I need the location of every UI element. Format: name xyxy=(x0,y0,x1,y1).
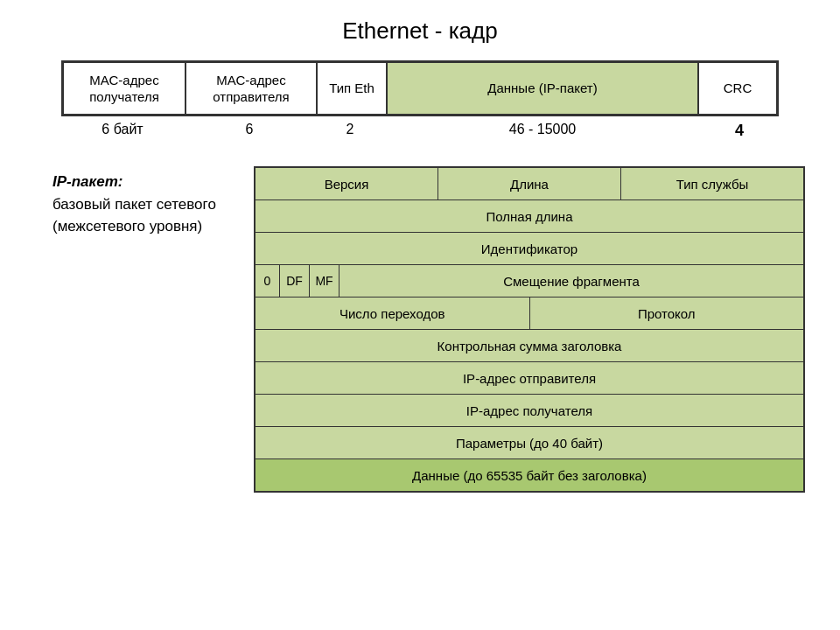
byte-label-data: 46 - 15000 xyxy=(385,122,700,140)
ip-row-5: Число переходов Протокол xyxy=(256,298,803,330)
byte-label-mac-dest: 6 байт xyxy=(61,122,184,140)
ip-cell-length: Длина xyxy=(438,168,621,200)
eth-cell-crc: CRC xyxy=(698,62,777,115)
ip-row-1: Версия Длина Тип службы xyxy=(256,168,803,200)
ip-cell-checksum: Контрольная сумма заголовка xyxy=(256,330,803,361)
ip-cell-payload: Данные (до 65535 байт без заголовка) xyxy=(256,459,803,491)
ip-packet-table: Версия Длина Тип службы Полная длина Иде… xyxy=(254,166,805,493)
ip-row-6: Контрольная сумма заголовка xyxy=(256,330,803,362)
ip-cell-zero: 0 xyxy=(256,265,280,297)
ip-cell-service-type: Тип службы xyxy=(621,168,803,200)
eth-cell-type: Тип Eth xyxy=(317,62,387,115)
byte-labels: 6 байт 6 2 46 - 15000 4 xyxy=(61,122,779,140)
ip-description: IP-пакет: базовый пакет сетевого (межсет… xyxy=(52,166,236,493)
ethernet-frame: МАС-адрес получателя МАС-адрес отправите… xyxy=(61,60,779,116)
ip-cell-version: Версия xyxy=(256,168,438,200)
ip-row-4: 0 DF MF Смещение фрагмента xyxy=(256,265,803,298)
ip-row-9: Параметры (до 40 байт) xyxy=(256,427,803,459)
ip-cell-df: DF xyxy=(280,265,310,297)
ip-cell-options: Параметры (до 40 байт) xyxy=(256,427,803,458)
ip-cell-src-addr: IP-адрес отправителя xyxy=(256,362,803,394)
lower-section: IP-пакет: базовый пакет сетевого (межсет… xyxy=(35,166,805,493)
byte-label-type: 2 xyxy=(315,122,385,140)
ip-cell-protocol: Протокол xyxy=(530,298,804,329)
eth-cell-mac-src: МАС-адрес отправителя xyxy=(186,62,317,115)
ip-row-2: Полная длина xyxy=(256,200,803,233)
page-container: Ethernet - кадр МАС-адрес получателя МАС… xyxy=(0,0,840,630)
ip-cell-total-length: Полная длина xyxy=(256,200,803,232)
ip-row-3: Идентификатор xyxy=(256,233,803,265)
ip-cell-mf: MF xyxy=(310,265,340,297)
eth-cell-data: Данные (IP-пакет) xyxy=(387,62,698,115)
ip-description-title: IP-пакет: xyxy=(52,173,122,190)
byte-label-mac-src: 6 xyxy=(184,122,315,140)
ip-cell-hops: Число переходов xyxy=(256,298,530,329)
byte-label-crc: 4 xyxy=(700,122,779,140)
ip-cell-fragment-offset: Смещение фрагмента xyxy=(340,265,803,297)
ip-description-text: базовый пакет сетевого (межсетевого уров… xyxy=(52,196,216,235)
ip-cell-identifier: Идентификатор xyxy=(256,233,803,264)
eth-cell-mac-dest: МАС-адрес получателя xyxy=(63,62,186,115)
ip-cell-dst-addr: IP-адрес получателя xyxy=(256,395,803,426)
ip-row-10: Данные (до 65535 байт без заголовка) xyxy=(256,459,803,491)
page-title: Ethernet - кадр xyxy=(35,18,805,45)
ip-row-7: IP-адрес отправителя xyxy=(256,362,803,395)
ip-row-8: IP-адрес получателя xyxy=(256,395,803,427)
